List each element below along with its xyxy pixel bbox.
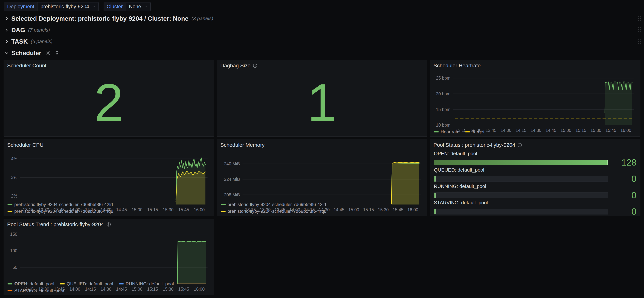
legend-item[interactable]: prehistoric-flyby-9204-scheduler-7d69b5f…: [8, 209, 113, 214]
bargauge-track: [434, 192, 608, 198]
variable-deployment: Deployment prehistoric-flyby-9204: [4, 2, 99, 11]
variable-cluster: Cluster None: [104, 2, 151, 11]
gear-icon: [46, 50, 51, 56]
bargauge-value: 0: [612, 207, 636, 216]
legend-swatch: [8, 211, 12, 212]
variable-cluster-label: Cluster: [104, 2, 126, 11]
legend-item[interactable]: prehistoric-flyby-9204-scheduler-7d69b5f…: [221, 202, 326, 207]
svg-text:4%: 4%: [11, 156, 17, 161]
variable-deployment-value: prehistoric-flyby-9204: [40, 4, 89, 9]
dashboard-variables-bar: Deployment prehistoric-flyby-9204 Cluste…: [0, 0, 644, 13]
panel-title-scheduler-heartrate[interactable]: Scheduler Heartrate: [433, 62, 638, 70]
row-drag-handle[interactable]: [637, 15, 642, 22]
legend-item[interactable]: prehistoric-flyby-9204-scheduler-7d69b5f…: [221, 209, 326, 214]
row-dag[interactable]: DAG (7 panels): [0, 24, 644, 36]
bargauge-label: QUEUED: default_pool: [434, 167, 636, 173]
bargauge-fill: [434, 176, 436, 182]
legend-item[interactable]: RUNNING: default_pool: [119, 281, 174, 287]
row-task[interactable]: TASK (6 panels): [0, 36, 644, 47]
panel-title-scheduler-count[interactable]: Scheduler Count: [6, 62, 211, 70]
panel-title-scheduler-cpu[interactable]: Scheduler CPU: [6, 141, 211, 149]
variable-deployment-select[interactable]: prehistoric-flyby-9204: [37, 2, 99, 11]
bargauge-label: RUNNING: default_pool: [434, 183, 636, 189]
bargauge-item: STARVING: default_pool0: [434, 200, 636, 216]
svg-text:15 bpm: 15 bpm: [436, 107, 450, 112]
legend-label: Target: [472, 129, 484, 135]
panel-scheduler-count: Scheduler Count 2: [4, 60, 214, 137]
bargauge-fill: [434, 193, 436, 198]
svg-text:208 MiB: 208 MiB: [224, 192, 240, 197]
info-icon[interactable]: [518, 143, 522, 147]
grafana-dashboard: Deployment prehistoric-flyby-9204 Cluste…: [0, 0, 644, 298]
legend-item[interactable]: prehistoric-flyby-9204-scheduler-7d69b5f…: [8, 202, 113, 207]
legend-item[interactable]: QUEUED: default_pool: [60, 281, 113, 287]
heartrate-legend: HeartrateTarget: [433, 128, 638, 135]
pool-trend-legend: OPEN: default_poolQUEUED: default_poolRU…: [6, 280, 211, 294]
cpu-legend: prehistoric-flyby-9204-scheduler-7d69b5f…: [6, 201, 211, 214]
legend-swatch: [8, 290, 12, 291]
legend-swatch: [465, 131, 470, 132]
svg-text:50: 50: [12, 265, 17, 270]
panel-pool-status-trend: Pool Status Trend : prehistoric-flyby-92…: [4, 219, 214, 295]
legend-swatch: [8, 204, 12, 205]
memory-chart: 208 MiB224 MiB240 MiB13:1513:3013:4514:0…: [220, 149, 424, 201]
row-title: Selected Deployment: prehistoric-flyby-9…: [11, 15, 188, 22]
variable-cluster-select[interactable]: None: [126, 2, 151, 11]
panel-scheduler-memory: Scheduler Memory 208 MiB224 MiB240 MiB13…: [217, 139, 427, 216]
legend-label: prehistoric-flyby-9204-scheduler-7d69b5f…: [228, 202, 326, 207]
info-icon[interactable]: [106, 222, 111, 227]
legend-label: prehistoric-flyby-9204-scheduler-7d69b5f…: [228, 209, 326, 214]
panel-title-text: Scheduler Heartrate: [434, 63, 481, 69]
row-scheduler[interactable]: Scheduler: [0, 47, 644, 59]
info-icon[interactable]: [253, 63, 258, 68]
legend-label: prehistoric-flyby-9204-scheduler-7d69b5f…: [14, 209, 113, 214]
panel-title-pool-status[interactable]: Pool Status : prehistoric-flyby-9204: [433, 141, 638, 149]
svg-text:2%: 2%: [11, 194, 17, 199]
pool-status-bargauge: OPEN: default_pool128QUEUED: default_poo…: [433, 149, 638, 219]
legend-label: prehistoric-flyby-9204-scheduler-7d69b5f…: [14, 202, 113, 207]
svg-text:150: 150: [10, 232, 17, 237]
legend-item[interactable]: Heartrate: [434, 129, 460, 135]
bargauge-label: STARVING: default_pool: [434, 200, 636, 206]
legend-swatch: [119, 283, 124, 285]
trash-icon: [54, 50, 60, 56]
row-settings-button[interactable]: [46, 50, 51, 56]
legend-swatch: [434, 131, 439, 132]
svg-text:3%: 3%: [11, 175, 17, 180]
row-drag-handle[interactable]: [637, 38, 642, 45]
bargauge-track: [434, 209, 608, 215]
legend-item[interactable]: Target: [465, 129, 484, 135]
chevron-down-icon: [92, 5, 96, 8]
bargauge-item: OPEN: default_pool128: [434, 151, 636, 167]
row-panel-count: (7 panels): [28, 27, 50, 33]
row-delete-button[interactable]: [54, 50, 60, 56]
bargauge-value: 0: [612, 174, 636, 183]
panel-dagbag-size: Dagbag Size 1: [217, 60, 427, 137]
panel-title-text: Pool Status Trend : prehistoric-flyby-92…: [7, 221, 104, 228]
bargauge-label: OPEN: default_pool: [434, 151, 636, 157]
cpu-chart: 2%3%4%13:1513:3013:4514:0014:1514:3014:4…: [6, 149, 211, 201]
row-drag-handle[interactable]: [637, 26, 642, 34]
panel-title-dagbag-size[interactable]: Dagbag Size: [220, 62, 424, 70]
panel-pool-status: Pool Status : prehistoric-flyby-9204 OPE…: [430, 139, 640, 216]
row-title: Scheduler: [11, 49, 42, 57]
chevron-right-icon: [4, 16, 9, 21]
bargauge-item: QUEUED: default_pool0: [434, 167, 636, 183]
chevron-right-icon: [4, 39, 9, 44]
panel-title-text: Scheduler CPU: [7, 142, 44, 148]
svg-text:25 bpm: 25 bpm: [436, 76, 450, 80]
legend-label: OPEN: default_pool: [14, 281, 54, 287]
chevron-down-icon: [4, 51, 9, 55]
panel-title-text: Pool Status : prehistoric-flyby-9204: [434, 142, 515, 148]
row-panel-count: (3 panels): [192, 16, 213, 21]
variable-cluster-value: None: [129, 4, 141, 9]
legend-item[interactable]: STARVING: default_pool: [8, 288, 64, 293]
legend-item[interactable]: OPEN: default_pool: [8, 281, 54, 287]
legend-swatch: [221, 211, 226, 212]
row-selected-deployment[interactable]: Selected Deployment: prehistoric-flyby-9…: [0, 13, 644, 24]
panel-grid: Scheduler Count 2 Dagbag Size 1 Schedule…: [0, 59, 644, 297]
panel-title-pool-status-trend[interactable]: Pool Status Trend : prehistoric-flyby-92…: [6, 221, 211, 229]
panel-title-scheduler-memory[interactable]: Scheduler Memory: [220, 141, 424, 149]
legend-swatch: [60, 283, 65, 285]
chevron-right-icon: [4, 28, 9, 32]
